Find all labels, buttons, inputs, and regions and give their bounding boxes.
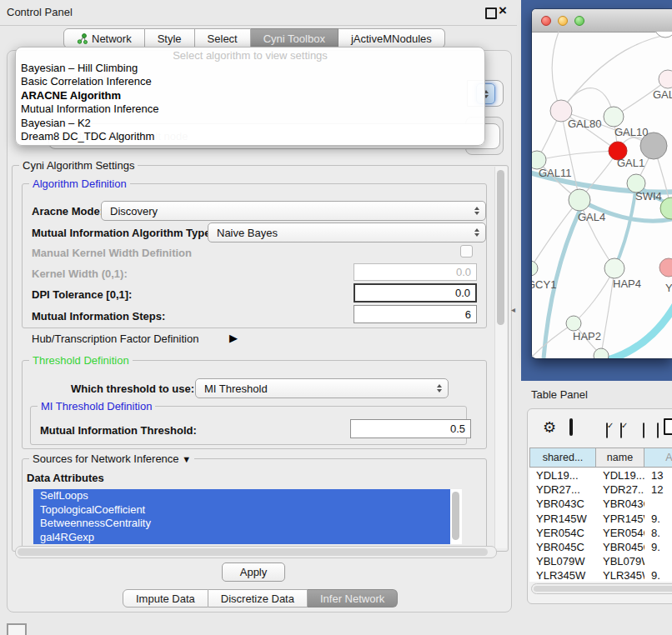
manual-kernel-width-label: Manual Kernel Width Definition	[32, 247, 192, 259]
expand-right-icon[interactable]: ▶	[229, 332, 238, 344]
kernel-width-label: Kernel Width (0,1):	[32, 268, 128, 280]
mi-steps-field[interactable]	[354, 305, 477, 323]
node-label: GAL11	[539, 167, 572, 179]
tab-jactivemnodules[interactable]: jActiveMNodules	[339, 28, 445, 48]
hub-definition-label: Hub/Transcription Factor Definition	[32, 332, 198, 345]
checkbox-checked-icon[interactable]	[606, 422, 608, 438]
group-title: Algorithm Definition	[29, 178, 130, 190]
algorithm-option[interactable]: Mutual Information Inference	[16, 102, 484, 116]
float-window-icon[interactable]	[485, 8, 497, 19]
node-hap4[interactable]	[604, 258, 624, 278]
tab-label: jActiveMNodules	[351, 32, 432, 45]
column-header[interactable]: name	[596, 448, 644, 468]
minimize-traffic-light-icon[interactable]	[558, 16, 568, 26]
group-title: Sources for Network Inference ▼	[29, 452, 194, 465]
tab-label: Select	[208, 32, 238, 45]
table-hscrollbar-thumb[interactable]	[534, 586, 672, 592]
table-row[interactable]: YBL079WYBL079W	[529, 554, 672, 568]
mi-algorithm-type-value: Naive Bayes	[217, 227, 278, 239]
columns-icon[interactable]	[569, 418, 573, 436]
node-label: GAL1	[617, 157, 644, 169]
table-row[interactable]: YDR27...YDR27...12	[529, 482, 672, 497]
tab-discretize-data[interactable]: Discretize Data	[208, 589, 308, 608]
manual-kernel-width-checkbox[interactable]	[460, 245, 473, 258]
checkbox-unchecked-icon[interactable]	[657, 422, 659, 438]
algorithm-option[interactable]: Dream8 DC_TDC Algorithm	[16, 130, 484, 143]
aracne-mode-combobox[interactable]: Discovery	[101, 201, 486, 221]
spinner-arrows-icon	[474, 228, 479, 237]
settings-hscrollbar-thumb[interactable]	[18, 548, 488, 556]
control-panel-titlebar: Control Panel ×	[0, 0, 517, 26]
network-window[interactable]: GAL GAL80 GAL10 GAL1 GAL11 SWI4 GAL4 GCY…	[532, 9, 672, 358]
tab-label: Discretize Data	[221, 592, 294, 605]
column-header[interactable]: A	[644, 448, 672, 468]
data-attributes-list[interactable]: SelfLoops TopologicalCoefficient Between…	[33, 489, 462, 544]
minimized-panel-icon[interactable]	[7, 623, 27, 635]
list-item[interactable]: BetweennessCentrality	[33, 517, 450, 531]
tab-label: Network	[92, 32, 132, 45]
tab-select[interactable]: Select	[195, 28, 251, 48]
close-icon[interactable]: ×	[499, 2, 507, 19]
algorithm-option[interactable]: Bayesian – Hill Climbing	[16, 62, 484, 75]
split-pane-collapse-icon[interactable]: ◂	[511, 305, 515, 314]
node-label: GCY1	[532, 278, 556, 291]
list-item[interactable]: SelfLoops	[33, 489, 450, 503]
dpi-tolerance-field[interactable]	[354, 283, 477, 302]
apply-button[interactable]: Apply	[222, 562, 285, 582]
tab-infer-network[interactable]: Infer Network	[308, 589, 398, 608]
node-gal4[interactable]	[569, 189, 590, 211]
table-row[interactable]: YER054CYER054C8.	[529, 526, 672, 540]
checkbox-unchecked-icon[interactable]	[643, 422, 644, 438]
table-row[interactable]: YLR345WYLR345W9.	[529, 568, 672, 582]
tab-cyni-toolbox[interactable]: Cyni Toolbox	[251, 28, 339, 48]
import-table-icon[interactable]	[664, 418, 672, 435]
table-row[interactable]: YBR045CYBR045C9.	[529, 540, 672, 554]
checkbox-checked-icon[interactable]	[620, 422, 622, 438]
kernel-width-field[interactable]	[354, 263, 477, 281]
mi-threshold-field[interactable]	[350, 419, 471, 438]
mi-algorithm-type-combobox[interactable]: Naive Bayes	[208, 222, 486, 242]
mi-threshold-label: Mutual Information Threshold:	[40, 424, 197, 437]
settings-scrollbar-thumb[interactable]	[497, 170, 504, 325]
bottom-tabbar: Impute Data Discretize Data Infer Networ…	[123, 589, 398, 608]
apply-label: Apply	[240, 566, 268, 578]
tab-label: Style	[158, 32, 182, 45]
table-row[interactable]: YDL19...YDL19...13	[529, 468, 672, 482]
algorithm-option[interactable]: Bayesian – K2	[16, 117, 484, 130]
table-row[interactable]: YPR145WYPR145W9.	[529, 512, 672, 526]
zoom-traffic-light-icon[interactable]	[574, 16, 584, 26]
tab-style[interactable]: Style	[145, 28, 195, 48]
close-traffic-light-icon[interactable]	[541, 16, 551, 26]
collapse-down-icon[interactable]: ▼	[182, 454, 191, 464]
node-gal10[interactable]	[604, 107, 624, 127]
node-salmon[interactable]	[659, 258, 672, 277]
node-label: HAP2	[573, 330, 601, 342]
algorithm-option-selected[interactable]: ARACNE Algorithm	[16, 89, 484, 102]
settings-hscrollbar-track[interactable]	[15, 546, 497, 558]
table-header-row: shared... name A	[529, 448, 672, 468]
table-hscrollbar-track[interactable]	[531, 583, 672, 594]
node-gcy1[interactable]	[532, 261, 538, 276]
table-toolbar: ⚙	[528, 409, 672, 446]
tab-network[interactable]: Network	[63, 28, 145, 48]
settings-scrollbar-track[interactable]	[494, 167, 507, 548]
list-item[interactable]: TopologicalCoefficient	[33, 503, 450, 518]
algorithm-option[interactable]: Basic Correlation Inference	[16, 75, 484, 88]
column-header[interactable]: shared...	[529, 448, 596, 468]
network-window-titlebar[interactable]	[532, 9, 672, 32]
table-row[interactable]: YBR043CYBR043C	[529, 497, 672, 511]
table-body[interactable]: YDL19...YDL19...13 YDR27...YDR27...12 YB…	[529, 468, 672, 582]
node-hap2[interactable]	[566, 316, 581, 331]
list-scrollbar-thumb[interactable]	[452, 492, 459, 540]
node-label: GAL80	[568, 118, 601, 130]
tab-impute-data[interactable]: Impute Data	[123, 589, 208, 608]
control-panel-title: Control Panel	[7, 6, 73, 18]
group-title: Cyni Algorithm Settings	[19, 159, 138, 172]
network-canvas[interactable]: GAL GAL80 GAL10 GAL1 GAL11 SWI4 GAL4 GCY…	[532, 32, 672, 358]
which-threshold-combobox[interactable]: MI Threshold	[195, 378, 449, 398]
group-title: Threshold Definition	[29, 354, 133, 367]
list-item[interactable]: gal4RGexp	[33, 531, 450, 545]
which-threshold-label: Which threshold to use:	[71, 382, 194, 395]
gear-icon[interactable]: ⚙	[543, 420, 556, 435]
spinner-arrows-icon	[437, 384, 442, 392]
